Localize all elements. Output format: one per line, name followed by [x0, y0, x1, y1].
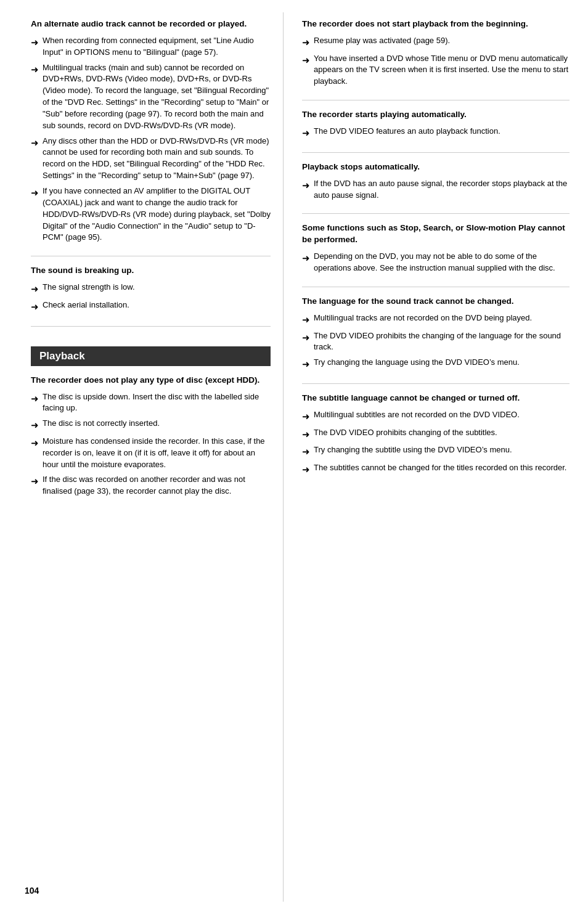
arrow-icon: ➜ — [31, 392, 39, 415]
section-stops-auto-list: ➜ If the DVD has an auto pause signal, t… — [302, 178, 570, 202]
list-item: ➜ Depending on the DVD, you may not be a… — [302, 251, 570, 274]
section-stops-auto: Playback stops automatically. ➜ If the D… — [302, 161, 570, 214]
list-item: ➜ When recording from connected equipmen… — [31, 35, 271, 59]
section-some-functions: Some functions such as Stop, Search, or … — [302, 222, 570, 287]
bullet-text: Multilingual tracks (main and sub) canno… — [43, 62, 271, 132]
bullet-text: The DVD VIDEO features an auto playback … — [314, 126, 570, 140]
list-item: ➜ Multilingual tracks are not recorded o… — [302, 312, 570, 327]
section-alt-audio-title: An alternate audio track cannot be recor… — [31, 18, 271, 30]
section-alt-audio: An alternate audio track cannot be recor… — [31, 18, 271, 256]
list-item: ➜ If the DVD has an auto pause signal, t… — [302, 178, 570, 202]
arrow-icon: ➜ — [31, 475, 39, 497]
section-some-functions-title: Some functions such as Stop, Search, or … — [302, 222, 570, 246]
section-starts-auto: The recorder starts playing automaticall… — [302, 109, 570, 153]
section-no-disc-list: ➜ The disc is upside down. Insert the di… — [31, 391, 271, 498]
arrow-icon: ➜ — [302, 36, 310, 49]
arrow-icon: ➜ — [31, 418, 39, 432]
section-sound-breaking: The sound is breaking up. ➜ The signal s… — [31, 265, 271, 326]
section-sound-breaking-title: The sound is breaking up. — [31, 265, 271, 277]
page-number: 104 — [25, 886, 39, 896]
arrow-icon: ➜ — [302, 428, 310, 441]
arrow-icon: ➜ — [31, 36, 39, 59]
bullet-text: If the disc was recorded on another reco… — [43, 474, 271, 497]
section-language-sound-list: ➜ Multilingual tracks are not recorded o… — [302, 312, 570, 371]
playback-banner: Playback — [31, 346, 271, 366]
list-item: ➜ The disc is not correctly inserted. — [31, 418, 271, 432]
section-language-sound: The language for the sound track cannot … — [302, 296, 570, 384]
arrow-icon: ➜ — [302, 313, 310, 327]
section-subtitle-language: The subtitle language cannot be changed … — [302, 393, 570, 489]
arrow-icon: ➜ — [31, 63, 39, 132]
section-no-disc: The recorder does not play any type of d… — [31, 375, 271, 510]
bullet-text: If the DVD has an auto pause signal, the… — [314, 178, 570, 202]
left-column: An alternate audio track cannot be recor… — [0, 12, 284, 902]
arrow-icon: ➜ — [31, 300, 39, 314]
page: An alternate audio track cannot be recor… — [0, 0, 588, 914]
arrow-icon: ➜ — [31, 186, 39, 243]
bullet-text: The subtitles cannot be changed for the … — [314, 462, 570, 476]
arrow-icon: ➜ — [302, 251, 310, 274]
list-item: ➜ Try changing the language using the DV… — [302, 357, 570, 371]
list-item: ➜ The DVD VIDEO prohibits the changing o… — [302, 330, 570, 354]
section-subtitle-language-title: The subtitle language cannot be changed … — [302, 393, 570, 404]
bullet-text: When recording from connected equipment,… — [43, 35, 271, 59]
section-alt-audio-list: ➜ When recording from connected equipmen… — [31, 35, 271, 243]
arrow-icon: ➜ — [302, 179, 310, 202]
arrow-icon: ➜ — [302, 445, 310, 459]
list-item: ➜ You have inserted a DVD whose Title me… — [302, 53, 570, 88]
arrow-icon: ➜ — [302, 54, 310, 88]
list-item: ➜ Try changing the subtitle using the DV… — [302, 444, 570, 459]
arrow-icon: ➜ — [302, 357, 310, 371]
arrow-icon: ➜ — [302, 126, 310, 140]
arrow-icon: ➜ — [31, 436, 39, 471]
section-some-functions-list: ➜ Depending on the DVD, you may not be a… — [302, 251, 570, 274]
bullet-text: Multilingual subtitles are not recorded … — [314, 409, 570, 423]
section-stops-auto-title: Playback stops automatically. — [302, 161, 570, 173]
right-column: The recorder does not start playback fro… — [284, 12, 588, 902]
list-item: ➜ The subtitles cannot be changed for th… — [302, 462, 570, 476]
bullet-text: Multilingual tracks are not recorded on … — [314, 312, 570, 327]
bullet-text: The DVD VIDEO prohibits changing of the … — [314, 427, 570, 441]
list-item: ➜ The signal strength is low. — [31, 282, 271, 296]
arrow-icon: ➜ — [302, 331, 310, 354]
list-item: ➜ Multilingual tracks (main and sub) can… — [31, 62, 271, 132]
bullet-text: Try changing the subtitle using the DVD … — [314, 444, 570, 459]
list-item: ➜ If the disc was recorded on another re… — [31, 474, 271, 497]
list-item: ➜ Check aerial installation. — [31, 300, 271, 314]
section-no-start-beginning: The recorder does not start playback fro… — [302, 18, 570, 100]
arrow-icon: ➜ — [302, 410, 310, 423]
bullet-text: Check aerial installation. — [43, 300, 271, 314]
bullet-text: The signal strength is low. — [43, 282, 271, 296]
section-language-sound-title: The language for the sound track cannot … — [302, 296, 570, 308]
bullet-text: The disc is not correctly inserted. — [43, 418, 271, 432]
bullet-text: Moisture has condensed inside the record… — [43, 436, 271, 471]
bullet-text: The DVD VIDEO prohibits the changing of … — [314, 330, 570, 354]
bullet-text: You have inserted a DVD whose Title menu… — [314, 53, 570, 88]
section-starts-auto-title: The recorder starts playing automaticall… — [302, 109, 570, 121]
bullet-text: If you have connected an AV amplifier to… — [43, 186, 271, 243]
bullet-text: The disc is upside down. Insert the disc… — [43, 391, 271, 415]
bullet-text: Any discs other than the HDD or DVD-RWs/… — [43, 136, 271, 182]
list-item: ➜ The disc is upside down. Insert the di… — [31, 391, 271, 415]
section-sound-breaking-list: ➜ The signal strength is low. ➜ Check ae… — [31, 282, 271, 314]
bullet-text: Try changing the language using the DVD … — [314, 357, 570, 371]
list-item: ➜ The DVD VIDEO prohibits changing of th… — [302, 427, 570, 441]
section-no-start-beginning-list: ➜ Resume play was activated (page 59). ➜… — [302, 35, 570, 88]
list-item: ➜ Any discs other than the HDD or DVD-RW… — [31, 136, 271, 182]
list-item: ➜ Multilingual subtitles are not recorde… — [302, 409, 570, 423]
bullet-text: Depending on the DVD, you may not be abl… — [314, 251, 570, 274]
section-no-start-beginning-title: The recorder does not start playback fro… — [302, 18, 570, 30]
list-item: ➜ Moisture has condensed inside the reco… — [31, 436, 271, 471]
list-item: ➜ If you have connected an AV amplifier … — [31, 186, 271, 243]
section-starts-auto-list: ➜ The DVD VIDEO features an auto playbac… — [302, 126, 570, 140]
section-no-disc-title: The recorder does not play any type of d… — [31, 375, 271, 386]
list-item: ➜ Resume play was activated (page 59). — [302, 35, 570, 49]
list-item: ➜ The DVD VIDEO features an auto playbac… — [302, 126, 570, 140]
arrow-icon: ➜ — [31, 136, 39, 182]
arrow-icon: ➜ — [302, 463, 310, 476]
arrow-icon: ➜ — [31, 282, 39, 296]
bullet-text: Resume play was activated (page 59). — [314, 35, 570, 49]
section-subtitle-language-list: ➜ Multilingual subtitles are not recorde… — [302, 409, 570, 476]
